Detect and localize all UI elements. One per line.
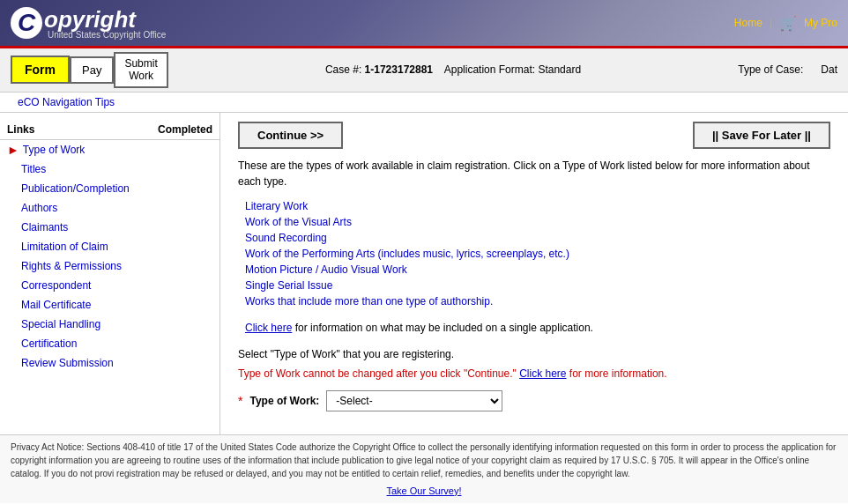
top-info-bar: Form Pay Submit Work Case #: 1-172317288… [0, 48, 848, 93]
type-of-work-label: Type of Work: [249, 395, 319, 407]
click-here-single-app-link[interactable]: Click here [245, 322, 292, 334]
eco-nav-tips-link[interactable]: eCO Navigation Tips [18, 96, 115, 108]
spacer-icon [7, 220, 18, 234]
sound-recording-link[interactable]: Sound Recording [245, 232, 327, 244]
form-button[interactable]: Form [11, 56, 70, 84]
sidebar-item-correspondent[interactable]: Correspondent [0, 276, 219, 295]
submit-work-button[interactable]: Submit Work [114, 52, 167, 88]
spacer-icon [7, 259, 18, 273]
my-pro-link[interactable]: My Pro [804, 17, 837, 29]
performing-arts-link[interactable]: Work of the Performing Arts (includes mu… [245, 248, 569, 260]
continue-save-bar: Continue >> || Save For Later || [238, 122, 830, 149]
spacer-icon [7, 337, 18, 351]
work-type-serial: Single Serial Issue [245, 279, 830, 292]
spacer-icon [7, 356, 18, 370]
sidebar-item-rights[interactable]: Rights & Permissions [0, 256, 219, 276]
motion-picture-link[interactable]: Motion Picture / Audio Visual Work [245, 263, 407, 276]
select-instruction: Select "Type of Work" that you are regis… [238, 348, 830, 360]
logo-subtitle: United States Copyright Office [48, 30, 166, 40]
sidebar-item-certification[interactable]: Certification [0, 334, 219, 353]
sidebar-link-certification[interactable]: Certification [21, 337, 77, 350]
sidebar-header: Links Completed [0, 120, 219, 140]
spacer-icon [7, 298, 18, 312]
warning-click-here-link[interactable]: Click here [519, 367, 566, 380]
save-for-later-button[interactable]: || Save For Later || [693, 122, 830, 149]
nav-separator: | [770, 17, 772, 29]
date-info: Dat [821, 63, 837, 76]
sidebar-col-completed: Completed [158, 123, 212, 136]
visual-arts-link[interactable]: Work of the Visual Arts [245, 216, 352, 228]
sidebar-item-type-of-work[interactable]: ► Type of Work [0, 140, 219, 159]
required-star-icon: * [238, 394, 242, 408]
sidebar-link-type-of-work[interactable]: Type of Work [23, 144, 85, 156]
warning-text-content: Type of Work cannot be changed after you… [238, 367, 517, 380]
description-text: These are the types of work available in… [238, 158, 830, 189]
footer-survey: Take Our Survey! [11, 484, 837, 499]
continue-button[interactable]: Continue >> [238, 122, 343, 149]
sidebar-link-special-handling[interactable]: Special Handling [21, 318, 100, 330]
work-type-multiple-authorship: Works that include more than one type of… [245, 295, 830, 308]
work-type-visual-arts: Work of the Visual Arts [245, 216, 830, 228]
sidebar: Links Completed ► Type of Work Titles Pu… [0, 113, 220, 434]
footer-text: Privacy Act Notice: Sections 408-410 of … [11, 441, 837, 480]
header: C opyright United States Copyright Offic… [0, 0, 848, 46]
format-label: Application Format: [444, 63, 535, 76]
sidebar-link-correspondent[interactable]: Correspondent [21, 279, 91, 292]
type-of-work-row: * Type of Work: -Select- Literary Work W… [238, 390, 830, 411]
sidebar-link-publication[interactable]: Publication/Completion [21, 182, 130, 195]
logo: C opyright United States Copyright Offic… [11, 6, 166, 40]
sidebar-link-claimants[interactable]: Claimants [21, 221, 68, 233]
sidebar-item-publication[interactable]: Publication/Completion [0, 179, 219, 198]
case-number: 1-1723172881 [365, 63, 433, 76]
type-of-case: Type of Case: [738, 63, 803, 76]
work-type-performing-arts: Work of the Performing Arts (includes mu… [245, 248, 830, 260]
sidebar-item-authors[interactable]: Authors [0, 198, 219, 218]
sidebar-link-limitation[interactable]: Limitation of Claim [21, 241, 108, 253]
sidebar-item-special-handling[interactable]: Special Handling [0, 315, 219, 334]
warning-text: Type of Work cannot be changed after you… [238, 367, 830, 380]
nav-tips-bar: eCO Navigation Tips [0, 93, 848, 113]
copyright-c-circle: C [11, 7, 42, 39]
multiple-authorship-link[interactable]: Works that include more than one type of… [245, 295, 493, 308]
date-label: Dat [821, 63, 837, 76]
case-info: Case #: 1-1723172881 Application Format:… [186, 63, 721, 76]
click-here-suffix: for information on what may be included … [295, 322, 593, 334]
spacer-icon [7, 201, 18, 215]
active-arrow-icon: ► [7, 143, 19, 157]
sidebar-link-titles[interactable]: Titles [21, 163, 46, 175]
sidebar-item-review[interactable]: Review Submission [0, 353, 219, 373]
spacer-icon [7, 240, 18, 254]
footer: Privacy Act Notice: Sections 408-410 of … [0, 434, 848, 504]
sidebar-col-links: Links [7, 123, 34, 136]
warning-suffix: for more information. [569, 367, 667, 380]
pay-button[interactable]: Pay [70, 56, 114, 84]
logo-text: opyright [44, 6, 136, 33]
type-of-work-select[interactable]: -Select- Literary Work Work of the Visua… [326, 390, 502, 411]
survey-link[interactable]: Take Our Survey! [387, 485, 462, 496]
click-here-info: Click here for information on what may b… [245, 322, 830, 334]
literary-work-link[interactable]: Literary Work [245, 200, 308, 212]
spacer-icon [7, 182, 18, 196]
main-layout: Links Completed ► Type of Work Titles Pu… [0, 113, 848, 434]
work-type-motion-picture: Motion Picture / Audio Visual Work [245, 263, 830, 276]
header-nav: Home | 🛒 My Pro [734, 15, 837, 32]
sidebar-link-rights[interactable]: Rights & Permissions [21, 260, 122, 272]
content-area: Continue >> || Save For Later || These a… [220, 113, 848, 434]
spacer-icon [7, 278, 18, 293]
sidebar-item-limitation[interactable]: Limitation of Claim [0, 237, 219, 256]
sidebar-link-review[interactable]: Review Submission [21, 357, 114, 369]
serial-issue-link[interactable]: Single Serial Issue [245, 279, 332, 292]
sidebar-item-claimants[interactable]: Claimants [0, 218, 219, 237]
home-link[interactable]: Home [734, 17, 762, 29]
sidebar-link-authors[interactable]: Authors [21, 202, 57, 214]
work-types-list: Literary Work Work of the Visual Arts So… [245, 200, 830, 308]
sidebar-link-mail-cert[interactable]: Mail Certificate [21, 299, 91, 311]
sidebar-item-titles[interactable]: Titles [0, 159, 219, 179]
cart-icon[interactable]: 🛒 [779, 15, 797, 32]
work-type-sound-recording: Sound Recording [245, 232, 830, 244]
spacer-icon [7, 162, 18, 176]
case-label: Case #: [325, 63, 361, 76]
form-buttons: Form Pay Submit Work [11, 52, 168, 88]
sidebar-item-mail-cert[interactable]: Mail Certificate [0, 295, 219, 315]
format-value: Standard [538, 63, 581, 76]
